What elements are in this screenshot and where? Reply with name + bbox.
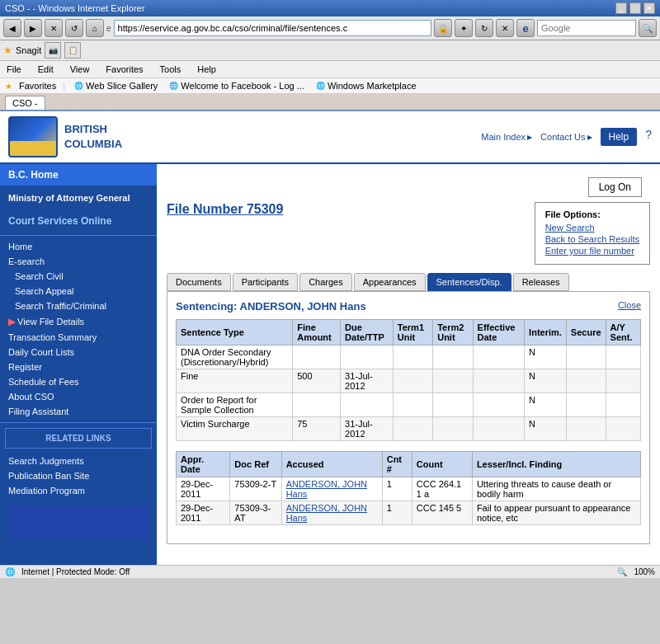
sentence-table: Sentence Type Fine Amount Due Date/TTP T… bbox=[176, 319, 641, 441]
snagit-icon2[interactable]: 📋 bbox=[64, 42, 81, 59]
ie-logo: e bbox=[516, 19, 535, 37]
col-fine-amount: Fine Amount bbox=[293, 320, 341, 346]
new-search-link[interactable]: New Search bbox=[545, 223, 639, 233]
stop-btn2[interactable]: ✕ bbox=[496, 19, 514, 37]
menu-help[interactable]: Help bbox=[194, 63, 219, 76]
file-options-title: File Options: bbox=[545, 209, 639, 219]
count-2: CCC 145 5 bbox=[412, 501, 472, 525]
appr-date-1: 29-Dec-2011 bbox=[177, 477, 230, 501]
status-globe-icon: 🌐 bbox=[5, 567, 15, 576]
log-on-button[interactable]: Log On bbox=[588, 177, 642, 197]
logo-area: BRITISH COLUMBIA bbox=[8, 116, 122, 157]
tab-releases[interactable]: Releases bbox=[513, 273, 569, 291]
sidebar-item-esearch[interactable]: E-search bbox=[0, 254, 157, 269]
stop-btn[interactable]: ✕ bbox=[45, 19, 63, 37]
home-btn[interactable]: ⌂ bbox=[86, 19, 104, 37]
sentence-type-2: Fine bbox=[177, 369, 293, 393]
sidebar-item-about[interactable]: About CSO bbox=[0, 389, 157, 404]
sidebar-item-fees[interactable]: Schedule of Fees bbox=[0, 374, 157, 389]
forward-btn[interactable]: ▶ bbox=[24, 19, 42, 37]
status-zoom-icon: 🔍 bbox=[617, 567, 627, 576]
site-header: BRITISH COLUMBIA Main Index Contact Us H… bbox=[0, 111, 660, 164]
tab-sentences[interactable]: Sentences/Disp. bbox=[427, 273, 512, 291]
sidebar-item-traffic[interactable]: Search Traffic/Criminal bbox=[0, 298, 157, 313]
sidebar-item-home[interactable]: Home bbox=[0, 239, 157, 254]
fav-web-slice[interactable]: 🌐 Web Slice Gallery bbox=[72, 80, 160, 92]
page-wrapper: BRITISH COLUMBIA Main Index Contact Us H… bbox=[0, 111, 660, 565]
sidebar-item-judgments[interactable]: Search Judgments bbox=[0, 454, 157, 468]
back-to-results-link[interactable]: Back to Search Results bbox=[545, 234, 639, 244]
browser-tab-bar: CSO - bbox=[0, 94, 660, 111]
sidebar-item-appeal[interactable]: Search Appeal bbox=[0, 284, 157, 298]
address-input[interactable] bbox=[114, 20, 431, 36]
header-links: Main Index Contact Us Help ? bbox=[481, 128, 652, 146]
sidebar-service: Court Services Online bbox=[0, 208, 157, 232]
address-bar: ◀ ▶ ✕ ↺ ⌂ e 🔒 ✦ ↻ ✕ e 🔍 bbox=[0, 16, 660, 40]
snagit-icon1[interactable]: 📷 bbox=[45, 42, 61, 59]
tab-charges[interactable]: Charges bbox=[299, 273, 352, 291]
sidebar-item-view-file[interactable]: ▶View File Details bbox=[0, 313, 157, 330]
sidebar-divider1 bbox=[0, 235, 157, 236]
menu-view[interactable]: View bbox=[67, 63, 93, 76]
close-btn[interactable]: ✕ bbox=[644, 2, 655, 14]
col-term2: Term2 Unit bbox=[433, 320, 473, 346]
status-bar: 🌐 Internet | Protected Mode: Off 🔍 100% bbox=[0, 565, 660, 578]
log-on-area: Log On bbox=[167, 172, 650, 202]
contact-us-link[interactable]: Contact Us bbox=[540, 128, 592, 146]
sidebar-item-civil[interactable]: Search Civil bbox=[0, 269, 157, 284]
sidebar-home[interactable]: B.C. Home bbox=[0, 164, 157, 186]
sidebar-item-filing[interactable]: Filing Assistant bbox=[0, 404, 157, 419]
minimize-btn[interactable]: _ bbox=[615, 2, 627, 14]
fav-marketplace[interactable]: 🌐 Windows Marketplace bbox=[314, 80, 419, 92]
browser-tab-cso[interactable]: CSO - bbox=[5, 96, 45, 110]
header-nav: Main Index Contact Us Help ? bbox=[481, 128, 652, 146]
sidebar-item-register[interactable]: Register bbox=[0, 360, 157, 374]
main-index-link[interactable]: Main Index bbox=[481, 128, 532, 146]
menu-favorites[interactable]: Favorites bbox=[102, 63, 146, 76]
main-content: Log On File Options: New Search Back to … bbox=[157, 164, 660, 565]
refresh-btn[interactable]: ↺ bbox=[65, 19, 83, 37]
file-header-area: File Options: New Search Back to Search … bbox=[167, 202, 650, 265]
sidebar-item-daily[interactable]: Daily Court Lists bbox=[0, 345, 157, 360]
tab-documents[interactable]: Documents bbox=[167, 273, 231, 291]
sidebar-item-transaction[interactable]: Transaction Summary bbox=[0, 330, 157, 345]
appearance-table: Appr. Date Doc Ref Accused Cnt # Count L… bbox=[176, 451, 641, 525]
certificate-btn[interactable]: ✦ bbox=[455, 19, 473, 37]
reload-btn[interactable]: ↻ bbox=[475, 19, 493, 37]
lock-icon: 🔒 bbox=[434, 19, 452, 37]
help-icon: ? bbox=[645, 128, 652, 146]
sidebar-arrow-icon: ▶ bbox=[8, 316, 16, 327]
tab-appearances[interactable]: Appearances bbox=[354, 273, 426, 291]
restore-btn[interactable]: □ bbox=[629, 2, 641, 14]
search-input[interactable] bbox=[537, 20, 636, 36]
tab-participants[interactable]: Participants bbox=[233, 273, 298, 291]
toolbar: ★ Snagit 📷 📋 bbox=[0, 40, 660, 61]
window-controls[interactable]: _ □ ✕ bbox=[615, 2, 655, 14]
sidebar-ministry: Ministry of Attorney General bbox=[0, 186, 157, 208]
menu-edit[interactable]: Edit bbox=[35, 63, 57, 76]
accused-link-1[interactable]: ANDERSON, JOHN Hans bbox=[286, 479, 367, 499]
accused-1: ANDERSON, JOHN Hans bbox=[281, 477, 382, 501]
favorites-icon: ★ bbox=[3, 45, 12, 56]
menu-tools[interactable]: Tools bbox=[157, 63, 185, 76]
enter-file-link[interactable]: Enter your file number bbox=[545, 246, 639, 256]
logo-text: BRITISH COLUMBIA bbox=[64, 122, 122, 152]
search-btn[interactable]: 🔍 bbox=[639, 19, 657, 37]
sidebar-item-pubban[interactable]: Publication Ban Site bbox=[0, 468, 157, 483]
sidebar-divider2 bbox=[0, 422, 157, 423]
fav-label-marketplace: Windows Marketplace bbox=[328, 81, 417, 91]
col-secure: Secure bbox=[566, 320, 606, 346]
help-button[interactable]: Help bbox=[601, 128, 638, 146]
accused-link-2[interactable]: ANDERSON, JOHN Hans bbox=[286, 503, 367, 523]
col-finding: Lesser/Incl. Finding bbox=[472, 452, 640, 477]
fav-facebook[interactable]: 🌐 Welcome to Facebook - Log ... bbox=[167, 80, 307, 92]
sentence-row-1: DNA Order Secondary (Discretionary/Hybri… bbox=[177, 346, 641, 369]
col-appr-date: Appr. Date bbox=[177, 452, 230, 477]
col-count: Count bbox=[412, 452, 472, 477]
menu-file[interactable]: File bbox=[3, 63, 25, 76]
back-btn[interactable]: ◀ bbox=[3, 19, 21, 37]
window-title: CSO - - Windows Internet Explorer bbox=[5, 3, 144, 13]
close-link[interactable]: Close bbox=[618, 300, 641, 310]
menu-bar: File Edit View Favorites Tools Help bbox=[0, 61, 660, 78]
sidebar-item-mediation[interactable]: Mediation Program bbox=[0, 483, 157, 498]
